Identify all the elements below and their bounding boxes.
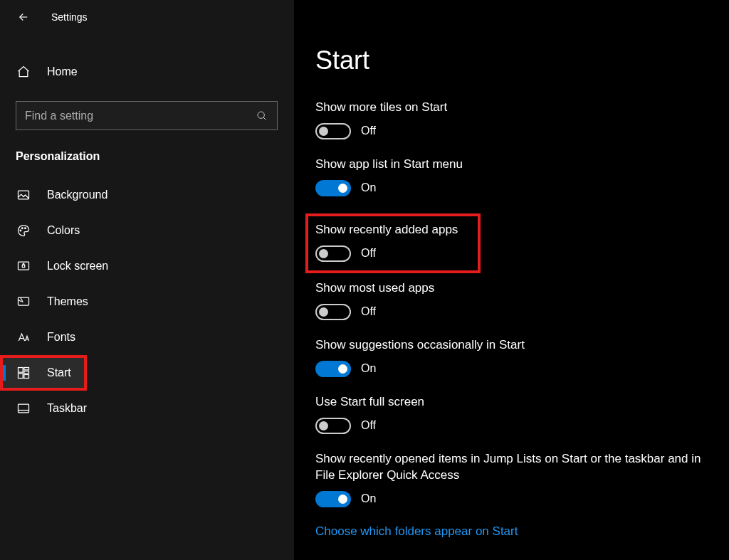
toggle-state: Off (361, 419, 376, 432)
toggle-full-screen[interactable] (315, 418, 351, 434)
setting-label: Show app list in Start menu (315, 157, 721, 173)
setting-jump-lists: Show recently opened items in Jump Lists… (315, 451, 729, 507)
svg-rect-10 (24, 371, 29, 374)
toggle-most-used[interactable] (315, 304, 351, 320)
svg-rect-9 (24, 368, 29, 370)
svg-rect-8 (19, 368, 23, 373)
setting-label: Show more tiles on Start (315, 100, 721, 116)
sidebar: Settings Home Personalization Background (0, 0, 294, 560)
window-header: Settings (0, 0, 294, 34)
svg-point-4 (25, 228, 26, 229)
svg-rect-6 (22, 265, 24, 267)
start-tiles-icon (16, 365, 31, 381)
main-content: Start Show more tiles on Start Off Show … (294, 0, 729, 560)
sidebar-item-lock-screen[interactable]: Lock screen (0, 248, 294, 284)
setting-more-tiles: Show more tiles on Start Off (315, 100, 729, 139)
search-box[interactable] (16, 101, 278, 130)
svg-rect-12 (24, 375, 29, 379)
setting-label: Show recently added apps (315, 222, 458, 238)
setting-label: Use Start full screen (315, 394, 721, 411)
sidebar-item-colors[interactable]: Colors (0, 213, 294, 248)
svg-rect-13 (19, 404, 29, 413)
themes-icon (16, 294, 31, 310)
setting-suggestions: Show suggestions occasionally in Start O… (315, 337, 729, 377)
sidebar-item-taskbar[interactable]: Taskbar (0, 391, 294, 426)
toggle-recently-added[interactable] (315, 245, 351, 262)
home-nav[interactable]: Home (0, 54, 294, 90)
sidebar-item-fonts[interactable]: Fonts (0, 319, 294, 355)
toggle-suggestions[interactable] (315, 361, 351, 377)
svg-point-0 (258, 112, 264, 118)
toggle-state: Off (361, 305, 376, 318)
search-icon (256, 110, 268, 122)
home-icon (16, 64, 31, 80)
svg-rect-1 (19, 191, 29, 199)
setting-label: Show most used apps (315, 280, 721, 297)
search-input[interactable] (25, 110, 256, 122)
svg-rect-11 (19, 374, 23, 379)
sidebar-item-label: Fonts (47, 331, 75, 344)
sidebar-item-themes[interactable]: Themes (0, 284, 294, 319)
choose-folders-link[interactable]: Choose which folders appear on Start (315, 524, 729, 539)
toggle-state: On (361, 181, 376, 194)
svg-point-2 (20, 230, 21, 231)
sidebar-item-label: Background (47, 189, 107, 201)
taskbar-icon (16, 401, 31, 416)
lock-screen-icon (16, 258, 31, 274)
back-icon[interactable] (16, 9, 31, 25)
svg-rect-7 (19, 297, 29, 305)
sidebar-item-background[interactable]: Background (0, 177, 294, 213)
fonts-icon (16, 329, 31, 345)
sidebar-item-label: Start (47, 366, 71, 379)
palette-icon (16, 223, 31, 238)
window-title: Settings (51, 11, 88, 23)
toggle-app-list[interactable] (315, 180, 351, 196)
sidebar-item-label: Lock screen (47, 260, 108, 273)
search-container (0, 90, 294, 130)
setting-label: Show recently opened items in Jump Lists… (315, 451, 721, 484)
image-icon (16, 187, 31, 203)
setting-label: Show suggestions occasionally in Start (315, 337, 721, 354)
sidebar-item-label: Colors (47, 224, 80, 237)
setting-full-screen: Use Start full screen Off (315, 394, 729, 434)
toggle-more-tiles[interactable] (315, 123, 351, 139)
toggle-state: Off (361, 247, 376, 260)
setting-most-used: Show most used apps Off (315, 280, 729, 320)
sidebar-item-label: Taskbar (47, 402, 87, 415)
sidebar-item-label: Themes (47, 295, 88, 308)
setting-recently-added: Show recently added apps Off (315, 222, 458, 262)
toggle-state: On (361, 362, 376, 375)
svg-point-3 (22, 228, 23, 229)
section-title: Personalization (0, 130, 294, 177)
annotation-highlight-start: Start (0, 355, 87, 391)
home-label: Home (47, 65, 78, 78)
toggle-jump-lists[interactable] (315, 491, 351, 507)
annotation-highlight-recently-added: Show recently added apps Off (305, 213, 481, 273)
toggle-state: On (361, 492, 376, 505)
sidebar-item-start[interactable]: Start (3, 358, 84, 388)
toggle-state: Off (361, 125, 376, 137)
page-title: Start (315, 46, 729, 75)
setting-app-list: Show app list in Start menu On (315, 157, 729, 196)
